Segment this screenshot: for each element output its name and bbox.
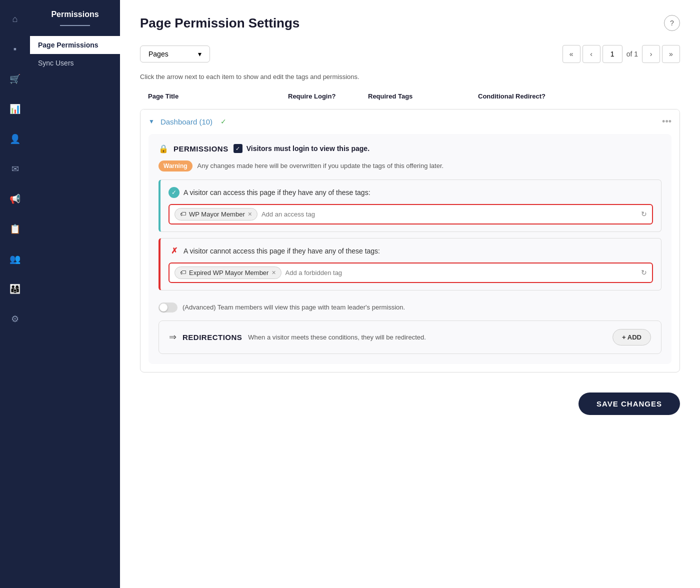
first-page-button[interactable]: « (562, 45, 580, 63)
home-icon[interactable]: ⌂ (6, 10, 24, 28)
col-page-title: Page Title (148, 92, 288, 101)
wp-mayor-member-remove-button[interactable]: × (248, 210, 252, 218)
page-of-label: of 1 (626, 50, 638, 58)
expired-tag-icon: 🏷 (180, 269, 186, 276)
toolbar: Pages ▾ « ‹ of 1 › » (140, 45, 680, 63)
sidebar-item-sync-users[interactable]: Sync Users (30, 54, 120, 72)
redirections-label: REDIRECTIONS (182, 333, 242, 342)
pagination: « ‹ of 1 › » (562, 45, 680, 63)
prev-page-button[interactable]: ‹ (582, 45, 600, 63)
login-required-label: Visitors must login to view this page. (246, 144, 370, 152)
save-changes-button[interactable]: SAVE CHANGES (578, 392, 680, 415)
redirections-icon: ⇒ (169, 332, 176, 342)
sidebar-title: Permissions (51, 10, 98, 19)
page-header: Page Permission Settings ? (140, 15, 680, 31)
redirections-text: When a visitor meets these conditions, t… (248, 334, 606, 341)
advanced-toggle[interactable] (158, 302, 178, 312)
permissions-label: PERMISSIONS (174, 144, 228, 153)
advanced-text: (Advanced) Team members will view this p… (182, 304, 405, 311)
wp-mayor-member-label: WP Mayor Member (189, 210, 245, 218)
tag-chip-icon: 🏷 (180, 210, 186, 218)
expand-button[interactable]: ▼ (148, 118, 154, 125)
ellipsis-button[interactable]: ••• (662, 116, 672, 127)
cannot-access-inner: ✗ A visitor cannot access this page if t… (160, 238, 661, 290)
can-access-header: ✓ A visitor can access this page if they… (168, 187, 653, 198)
refresh-access-icon[interactable]: ↻ (641, 210, 647, 218)
mail-icon[interactable]: ✉ (6, 160, 24, 178)
select-arrow-icon: ▾ (198, 50, 202, 58)
chart-icon[interactable]: 📊 (6, 100, 24, 118)
main-content: Page Permission Settings ? Pages ▾ « ‹ o… (120, 0, 700, 588)
page-title: Page Permission Settings (140, 16, 300, 31)
advanced-row: (Advanced) Team members will view this p… (158, 296, 662, 314)
can-access-tag-area[interactable]: 🏷 WP Mayor Member × ↻ (168, 204, 653, 224)
help-button[interactable]: ? (664, 15, 680, 31)
warning-message: Any changes made here will be overwritte… (198, 162, 444, 170)
page-type-value: Pages (148, 50, 168, 58)
team-icon[interactable]: 👥 (6, 250, 24, 268)
cannot-access-header: ✗ A visitor cannot access this page if t… (168, 246, 653, 256)
sidebar-divider (60, 25, 90, 26)
group-icon[interactable]: 👨‍👩‍👧 (6, 280, 24, 298)
permission-card: ▼ Dashboard (10) ✓ ••• 🔒 PERMISSIONS ✓ V… (140, 109, 680, 372)
megaphone-icon[interactable]: 📢 (6, 190, 24, 208)
sidebar: Permissions Page Permissions Sync Users (30, 0, 120, 588)
current-page-input[interactable] (602, 45, 622, 63)
login-required-checkbox[interactable]: ✓ (234, 144, 242, 153)
col-required-tags: Required Tags (368, 92, 478, 101)
sidebar-item-page-permissions[interactable]: Page Permissions (30, 36, 120, 54)
inner-panel: 🔒 PERMISSIONS ✓ Visitors must login to v… (148, 134, 672, 364)
col-require-login: Require Login? (288, 92, 368, 101)
store-icon[interactable]: ▪ (6, 40, 24, 58)
cannot-access-section: ✗ A visitor cannot access this page if t… (158, 238, 662, 290)
login-required-checkbox-group: ✓ Visitors must login to view this page. (234, 144, 370, 153)
next-page-button[interactable]: › (642, 45, 660, 63)
page-type-select[interactable]: Pages ▾ (140, 46, 210, 62)
col-conditional-redirect: Conditional Redirect? (478, 92, 672, 101)
icon-nav: ⌂ ▪ 🛒 📊 👤 ✉ 📢 📋 👥 👨‍👩‍👧 ⚙ (0, 0, 30, 588)
save-area: SAVE CHANGES (140, 380, 680, 415)
cannot-access-tag-area[interactable]: 🏷 Expired WP Mayor Member × ↻ (168, 262, 653, 283)
login-checkmark-icon: ✓ (220, 118, 226, 126)
can-access-icon: ✓ (168, 187, 180, 198)
expired-member-label: Expired WP Mayor Member (189, 269, 268, 276)
expired-member-remove-button[interactable]: × (272, 269, 276, 276)
add-redirect-button[interactable]: + ADD (612, 329, 651, 346)
lock-icon: 🔒 (158, 144, 168, 154)
cannot-access-icon: ✗ (168, 246, 180, 256)
settings-icon[interactable]: ⚙ (6, 310, 24, 328)
warning-badge: Warning (158, 160, 192, 172)
permissions-header: 🔒 PERMISSIONS ✓ Visitors must login to v… (158, 144, 662, 154)
toggle-knob (160, 304, 168, 312)
warning-row: Warning Any changes made here will be ov… (158, 160, 662, 172)
cart-icon[interactable]: 🛒 (6, 70, 24, 88)
hint-text: Click the arrow next to each item to sho… (140, 73, 680, 80)
dashboard-link[interactable]: Dashboard (10) (160, 118, 212, 126)
card-header-row: ▼ Dashboard (10) ✓ ••• (140, 110, 680, 134)
user-icon[interactable]: 👤 (6, 130, 24, 148)
expired-member-tag: 🏷 Expired WP Mayor Member × (174, 266, 282, 279)
add-forbidden-tag-input[interactable] (286, 269, 637, 276)
can-access-section: ✓ A visitor can access this page if they… (158, 180, 662, 232)
book-icon[interactable]: 📋 (6, 220, 24, 238)
redirections-section: ⇒ REDIRECTIONS When a visitor meets thes… (158, 320, 662, 354)
can-access-inner: ✓ A visitor can access this page if they… (160, 180, 661, 232)
cannot-access-text: A visitor cannot access this page if the… (184, 247, 380, 255)
table-header: Page Title Require Login? Required Tags … (140, 88, 680, 105)
refresh-forbidden-icon[interactable]: ↻ (641, 268, 647, 276)
wp-mayor-member-tag: 🏷 WP Mayor Member × (174, 208, 258, 220)
add-access-tag-input[interactable] (262, 210, 637, 218)
last-page-button[interactable]: » (662, 45, 680, 63)
can-access-text: A visitor can access this page if they h… (184, 188, 370, 196)
